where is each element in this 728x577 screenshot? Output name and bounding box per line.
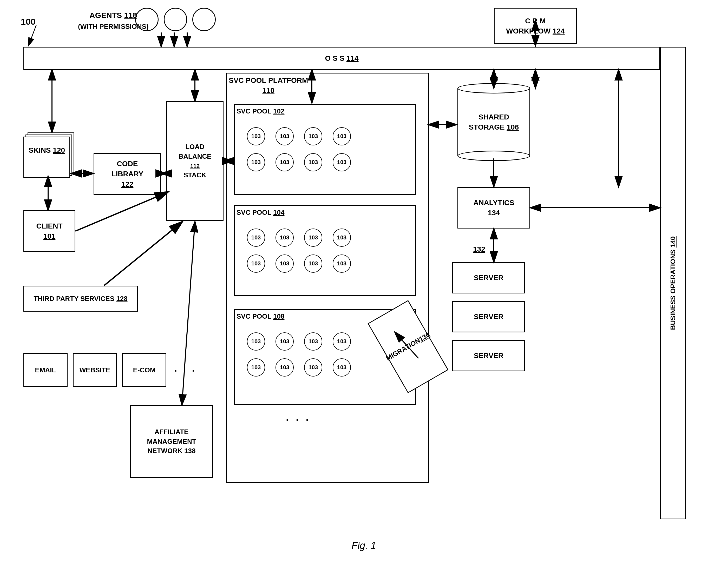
- svc-pool-104-box: [234, 205, 416, 296]
- third-party-dots: · · ·: [174, 363, 197, 378]
- affiliate-box: AFFILIATEMANAGEMENTNETWORK 138: [130, 405, 213, 478]
- svc-circle-102-5: 103: [276, 153, 294, 171]
- svc-circle-104-5: 103: [247, 254, 265, 273]
- svc-circle-104-7: 103: [304, 254, 322, 273]
- agent-circle-3: [192, 8, 216, 31]
- skins-page-front: SKINS 120: [23, 137, 70, 178]
- svc-circle-108-4: 103: [333, 332, 351, 351]
- ref-132-label: 132: [473, 244, 485, 254]
- email-box: EMAIL: [23, 353, 68, 387]
- svc-circle-108-3: 103: [304, 332, 322, 351]
- svc-circle-108-8: 103: [333, 358, 351, 377]
- ecom-box: E-COM: [122, 353, 166, 387]
- agents-label: AGENTS 118 (WITH PERMISSIONS): [78, 10, 149, 32]
- svc-circle-108-7: 103: [304, 358, 322, 377]
- svc-pool-104-label: SVC POOL 104: [236, 208, 285, 217]
- svc-circle-108-6: 103: [276, 358, 294, 377]
- third-party-box: THIRD PARTY SERVICES 128: [23, 286, 138, 311]
- svc-circle-108-2: 103: [276, 332, 294, 351]
- website-box: WEBSITE: [73, 353, 117, 387]
- svc-circle-104-3: 103: [304, 228, 322, 247]
- svc-circle-104-8: 103: [333, 254, 351, 273]
- diagram: 100 O S S 114 BUSINESS OPERATIONS 140 AG…: [0, 0, 728, 577]
- svc-circle-102-1: 103: [247, 127, 265, 145]
- svc-pool-102-box: [234, 104, 416, 195]
- analytics-box: ANALYTICS134: [458, 187, 530, 228]
- svc-circle-102-4: 103: [247, 153, 265, 171]
- fig-label: Fig. 1: [338, 540, 390, 551]
- svc-circle-102-8: 103: [333, 153, 351, 171]
- svc-pool-platform-label: SVC POOL PLATFORM110: [229, 75, 308, 95]
- storage-cylinder-bottom: [458, 150, 530, 161]
- svc-circle-102-6: 103: [304, 153, 322, 171]
- svc-pool-108-label: SVC POOL 108: [236, 311, 285, 321]
- business-ops-box: BUSINESS OPERATIONS 140: [660, 47, 686, 519]
- crm-box: C R MWORKFLOW 124: [494, 8, 577, 44]
- svc-circle-104-6: 103: [276, 254, 294, 273]
- svg-line-19: [104, 222, 182, 286]
- load-balance-box: LOADBALANCE112STACK: [166, 101, 224, 221]
- shared-storage-box: SHAREDSTORAGE 106: [458, 88, 530, 156]
- svc-circle-108-5: 103: [247, 358, 265, 377]
- ref-100: 100: [21, 16, 35, 28]
- svc-circle-102-3: 103: [304, 127, 322, 145]
- server1-box: SERVER: [452, 262, 525, 294]
- svc-pool-102-label: SVC POOL 102: [236, 107, 285, 116]
- svg-line-18: [75, 192, 167, 231]
- agent-circle-2: [164, 8, 187, 31]
- client-box: CLIENT101: [23, 210, 75, 252]
- oss-box: O S S 114: [23, 47, 660, 70]
- storage-cylinder-top: [458, 83, 530, 93]
- ellipsis-dots: · · ·: [286, 413, 311, 428]
- server2-box: SERVER: [452, 301, 525, 332]
- svc-circle-104-1: 103: [247, 228, 265, 247]
- server3-box: SERVER: [452, 340, 525, 371]
- svc-circle-104-2: 103: [276, 228, 294, 247]
- svc-circle-108-1: 103: [247, 332, 265, 351]
- svc-circle-104-4: 103: [333, 228, 351, 247]
- svc-circle-102-2: 103: [276, 127, 294, 145]
- svc-circle-102-7: 103: [333, 127, 351, 145]
- code-library-box: CODELIBRARY122: [94, 153, 161, 195]
